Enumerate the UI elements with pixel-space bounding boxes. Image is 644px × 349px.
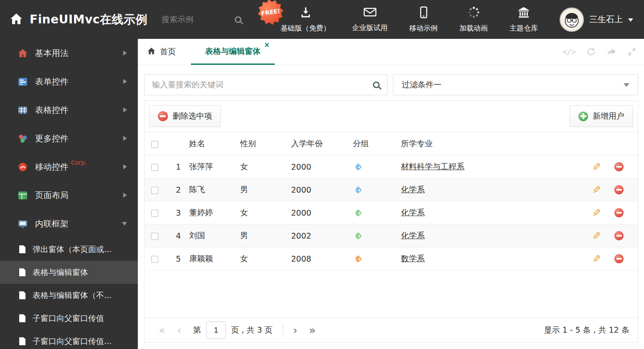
tab-home[interactable]: 首页 xyxy=(138,39,187,65)
source-code-icon[interactable]: </> xyxy=(563,47,576,56)
edit-icon[interactable]: ✎ xyxy=(592,230,601,242)
cell-year: 2002 xyxy=(291,224,353,247)
tab-tools: </> xyxy=(563,39,636,65)
brand[interactable]: FineUIMvc在线示例 xyxy=(0,12,147,28)
chevron-down-icon xyxy=(624,83,629,87)
cell-year: 2000 xyxy=(291,201,353,224)
tab-grid-edit-window[interactable]: 表格与编辑窗体 × xyxy=(191,39,275,65)
col-year: 入学年份 xyxy=(291,132,353,155)
page-number-group: 第 页 , 共 3 页 xyxy=(193,321,272,339)
major-link[interactable]: 化学系 xyxy=(401,208,425,217)
sidebar-item-iframe[interactable]: 内联框架 xyxy=(0,209,138,238)
first-page-button[interactable]: « xyxy=(153,325,171,336)
sidebar-subitem-popup-window[interactable]: 弹出窗体（本页面或... xyxy=(0,238,138,261)
cell-name: 陈飞 xyxy=(189,178,240,201)
sidebar-item-page-layout[interactable]: 页面布局 xyxy=(0,181,138,209)
last-page-button[interactable]: » xyxy=(303,325,322,336)
sidebar: 基本用法 表单控件 表格控件 更多控件 移动控件 Corp. 页面布局 xyxy=(0,39,138,349)
tag-icon xyxy=(354,209,362,217)
user-name: 三生石上 xyxy=(589,14,623,25)
chevron-right-icon xyxy=(123,164,127,169)
mobile-icon xyxy=(420,6,428,20)
sidebar-subitem-label: 弹出窗体（本页面或... xyxy=(33,244,112,255)
sidebar-item-basic-usage[interactable]: 基本用法 xyxy=(0,39,138,67)
nav-item-theme-repo[interactable]: 主题仓库 xyxy=(510,6,538,33)
sidebar-item-label: 基本用法 xyxy=(35,48,68,59)
nav-item-basic-edition[interactable]: FREE! 基础版（免费） xyxy=(281,6,330,33)
add-button-label: 新增用户 xyxy=(593,111,624,122)
major-link[interactable]: 材料科学与工程系 xyxy=(401,162,464,171)
prev-page-button[interactable]: ‹ xyxy=(171,325,187,336)
cell-gender: 男 xyxy=(240,224,291,247)
top-header: FineUIMvc在线示例 FREE! 基础版（免费） 企业版试用 移动示例 xyxy=(0,0,644,39)
major-link[interactable]: 数学系 xyxy=(401,254,425,263)
nav-item-enterprise-trial[interactable]: 企业版试用 xyxy=(352,6,388,33)
search-icon[interactable] xyxy=(235,16,241,23)
sidebar-item-grid-controls[interactable]: 表格控件 xyxy=(0,96,138,124)
sidebar-item-mobile-controls[interactable]: 移动控件 Corp. xyxy=(0,153,138,181)
sidebar-item-label: 移动控件 xyxy=(35,161,68,173)
share-icon[interactable] xyxy=(606,47,616,56)
delete-row-icon[interactable] xyxy=(614,208,624,217)
major-link[interactable]: 化学系 xyxy=(401,185,425,194)
delete-row-icon[interactable] xyxy=(614,254,624,263)
filter-dropdown[interactable]: 过滤条件一 xyxy=(393,74,638,95)
edit-icon[interactable]: ✎ xyxy=(592,207,601,219)
cell-gender: 女 xyxy=(240,247,291,270)
tag-icon xyxy=(354,255,362,262)
delete-selected-button[interactable]: 删除选中项 xyxy=(149,105,221,127)
col-major: 所学专业 xyxy=(401,132,591,155)
row-checkbox[interactable] xyxy=(151,210,158,217)
chevron-down-icon xyxy=(122,222,127,226)
keyword-search-box xyxy=(144,74,388,95)
chevron-right-icon xyxy=(123,193,127,198)
edit-icon[interactable]: ✎ xyxy=(592,253,601,265)
delete-row-icon[interactable] xyxy=(614,162,624,171)
table-row: 3 董婷婷 女 2000 化学系 ✎ xyxy=(145,201,638,224)
expand-icon[interactable] xyxy=(627,47,636,56)
sidebar-subitem-child-to-parent[interactable]: 子窗口向父窗口传值 xyxy=(0,307,138,330)
cell-name: 董婷婷 xyxy=(189,201,240,224)
filter-row: 过滤条件一 xyxy=(144,74,638,95)
top-nav: FREE! 基础版（免费） 企业版试用 移动示例 xyxy=(281,6,538,33)
header-search-input[interactable] xyxy=(162,15,231,24)
sidebar-subitem-grid-edit-window-2[interactable]: 表格与编辑窗体（不... xyxy=(0,284,138,307)
sidebar-item-label: 内联框架 xyxy=(35,218,68,229)
keyword-search-input[interactable] xyxy=(152,80,373,89)
row-checkbox[interactable] xyxy=(151,187,158,194)
next-page-button[interactable]: › xyxy=(287,325,303,336)
file-icon xyxy=(19,291,25,299)
chevron-right-icon xyxy=(123,51,127,56)
avatar xyxy=(560,8,584,32)
sidebar-subitem-child-to-parent-2[interactable]: 子窗口向父窗口传值... xyxy=(0,330,138,349)
nav-item-loading-animation[interactable]: 加载动画 xyxy=(459,6,488,33)
edit-icon[interactable]: ✎ xyxy=(592,161,601,173)
chevron-right-icon xyxy=(123,136,127,141)
file-icon xyxy=(19,268,25,276)
major-link[interactable]: 化学系 xyxy=(401,231,425,240)
plus-circle-icon xyxy=(578,112,588,121)
page-suffix-label: 页 , 共 3 页 xyxy=(231,325,272,336)
row-checkbox[interactable] xyxy=(151,164,158,171)
sidebar-item-more-controls[interactable]: 更多控件 xyxy=(0,124,138,153)
minus-circle-icon xyxy=(158,111,168,121)
frame-icon xyxy=(18,219,28,229)
add-user-button[interactable]: 新增用户 xyxy=(570,105,633,127)
delete-row-icon[interactable] xyxy=(614,231,624,240)
edit-icon[interactable]: ✎ xyxy=(592,184,601,196)
row-checkbox[interactable] xyxy=(151,256,158,263)
refresh-icon[interactable] xyxy=(586,47,596,56)
sidebar-item-form-controls[interactable]: 表单控件 xyxy=(0,67,138,96)
search-icon[interactable] xyxy=(373,82,380,88)
sidebar-subitem-grid-edit-window[interactable]: 表格与编辑窗体 xyxy=(0,261,138,284)
delete-row-icon[interactable] xyxy=(614,185,624,194)
sidebar-item-label: 表格控件 xyxy=(35,104,68,116)
nav-item-mobile-demo[interactable]: 移动示例 xyxy=(409,6,438,33)
row-checkbox[interactable] xyxy=(151,233,158,240)
select-all-checkbox[interactable] xyxy=(151,141,158,148)
pagination-bar: « ‹ 第 页 , 共 3 页 › » 显示 1 - 5 条 , 共 12 条 xyxy=(145,318,638,342)
close-icon[interactable]: × xyxy=(264,41,270,48)
user-menu[interactable]: 三生石上 xyxy=(560,8,644,32)
free-badge: FREE! xyxy=(256,0,285,27)
page-number-input[interactable] xyxy=(206,321,226,339)
